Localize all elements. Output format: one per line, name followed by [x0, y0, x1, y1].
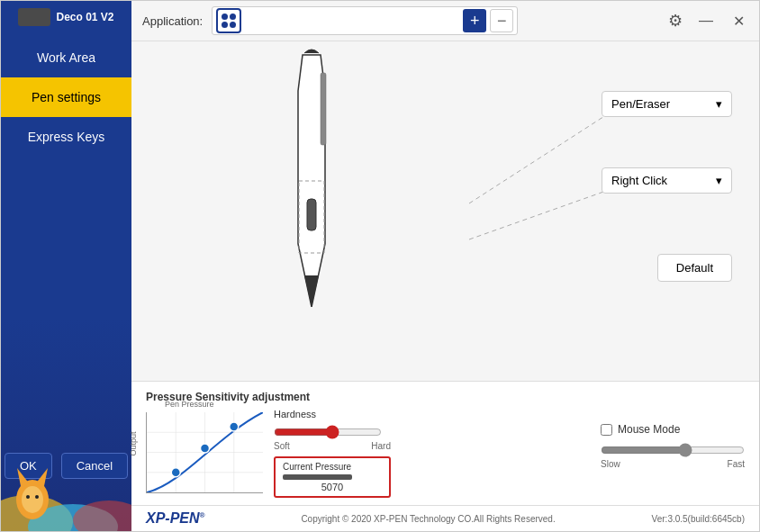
- title-bar-left: Application: + −: [142, 6, 518, 35]
- current-pressure-value: 5070: [283, 482, 382, 492]
- output-label: Output: [129, 431, 138, 455]
- sidebar-nav: Work Area Pen settings Express Keys: [1, 38, 131, 157]
- pen-eraser-dropdown-container: Pen/Eraser ▾: [602, 91, 732, 117]
- chevron-down-icon: ▾: [716, 97, 722, 111]
- hardness-row: Hardness: [274, 409, 391, 419]
- mouse-mode-label: Mouse Mode: [618, 423, 680, 436]
- bottom-panel-inner: Output Pen Pressure Hardness: [146, 409, 745, 498]
- right-click-dropdown[interactable]: Right Click ▾: [602, 167, 732, 194]
- main-content: Application: + − ⚙ — ✕: [131, 1, 759, 531]
- minimize-button[interactable]: —: [695, 11, 717, 31]
- title-bar-right: ⚙ — ✕: [668, 11, 748, 32]
- svg-marker-5: [17, 468, 30, 486]
- mouse-mode-row: Mouse Mode: [601, 423, 745, 436]
- chevron-down-icon2: ▾: [716, 174, 722, 187]
- hardness-slider-container: Soft Hard: [274, 425, 391, 451]
- svg-point-4: [22, 486, 43, 513]
- speed-slider[interactable]: [601, 443, 745, 457]
- svg-point-7: [26, 495, 30, 499]
- current-pressure-label: Current Pressure: [283, 462, 382, 472]
- sidebar: Deco 01 V2 Work Area Pen settings Expres…: [1, 1, 131, 531]
- mouse-mode-checkbox[interactable]: [601, 424, 612, 436]
- svg-line-12: [469, 113, 609, 203]
- settings-icon[interactable]: ⚙: [668, 11, 683, 31]
- pen-pressure-label: Pen Pressure: [165, 400, 214, 409]
- current-pressure-box: Current Pressure 5070: [274, 456, 391, 498]
- speed-slider-row: Slow Fast: [601, 443, 745, 469]
- footer: XP-PEN® Copyright © 2020 XP-PEN Technolo…: [131, 505, 759, 531]
- pen-diagram: [276, 46, 348, 311]
- sidebar-item-work-area[interactable]: Work Area: [1, 38, 131, 77]
- pen-eraser-dropdown[interactable]: Pen/Eraser ▾: [602, 91, 732, 117]
- default-button[interactable]: Default: [657, 254, 732, 282]
- application-label: Application:: [142, 14, 203, 28]
- sidebar-item-express-keys[interactable]: Express Keys: [1, 117, 131, 157]
- pressure-graph: Pen Pressure: [146, 412, 263, 493]
- app-box: + −: [212, 6, 518, 35]
- app-icon: [216, 8, 241, 33]
- pressure-section-title: Pressure Sensitivity adjustment: [146, 391, 745, 403]
- svg-rect-10: [307, 199, 316, 230]
- svg-marker-6: [35, 468, 48, 486]
- title-bar: Application: + − ⚙ — ✕: [131, 1, 759, 41]
- dot4: [230, 22, 236, 28]
- dot1: [222, 14, 228, 20]
- pressure-section: Output Pen Pressure Hardness: [146, 409, 583, 498]
- svg-point-8: [35, 495, 39, 499]
- close-button[interactable]: ✕: [729, 11, 748, 32]
- device-header: Deco 01 V2: [1, 1, 131, 33]
- device-label: Deco 01 V2: [56, 11, 113, 23]
- pen-area: Pen/Eraser ▾ Right Click ▾ Default: [131, 41, 759, 381]
- mascot-area: [1, 459, 131, 531]
- remove-app-button[interactable]: −: [490, 9, 513, 32]
- speed-labels: Slow Fast: [601, 459, 745, 469]
- pressure-canvas[interactable]: [147, 412, 263, 492]
- device-icon: [18, 8, 50, 26]
- hardness-slider-labels: Soft Hard: [274, 441, 391, 451]
- hardness-slider[interactable]: [274, 425, 382, 439]
- copyright-text: Copyright © 2020 XP-PEN Technology CO.Al…: [301, 514, 555, 524]
- dot3: [222, 22, 228, 28]
- pressure-controls: Hardness Soft Hard Current Pressure: [274, 409, 391, 498]
- svg-line-13: [469, 190, 609, 239]
- svg-rect-11: [321, 73, 326, 145]
- sidebar-item-pen-settings[interactable]: Pen settings: [1, 77, 131, 117]
- dot2: [230, 14, 236, 20]
- graph-wrapper: Output Pen Pressure: [146, 412, 263, 498]
- pressure-graph-area: Output Pen Pressure Hardness: [146, 409, 583, 498]
- add-app-button[interactable]: +: [463, 9, 486, 32]
- version-text: Ver:3.0.5(build:6645cb): [652, 514, 745, 524]
- xppen-logo: XP-PEN®: [146, 510, 204, 527]
- mouse-mode-section: Mouse Mode Slow Fast: [601, 409, 745, 469]
- pressure-panel: Pressure Sensitivity adjustment Output P…: [131, 381, 759, 505]
- hardness-label: Hardness: [274, 409, 316, 419]
- current-pressure-bar: [283, 474, 352, 480]
- right-click-dropdown-container: Right Click ▾: [602, 167, 732, 194]
